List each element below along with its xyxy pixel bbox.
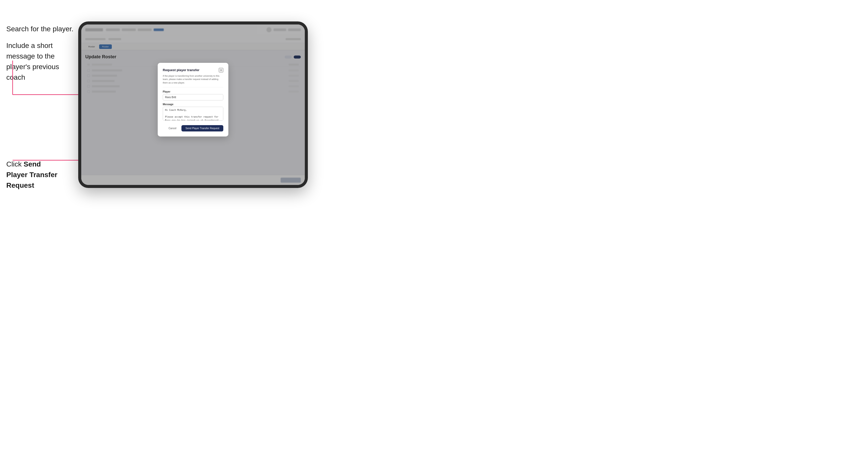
tablet-screen: Roster Roster Update Roster: [81, 25, 305, 185]
modal-close-button[interactable]: ×: [219, 68, 223, 72]
annotation-message: Include a short message to the player's …: [6, 40, 74, 83]
modal-title: Request player transfer: [163, 68, 199, 72]
modal-footer: Cancel Send Player Transfer Request: [163, 125, 223, 131]
annotation-search: Search for the player.: [6, 24, 73, 34]
player-field-label: Player: [163, 90, 223, 93]
message-textarea[interactable]: Hi Coach McHarg, Please accept this tran…: [163, 107, 223, 121]
player-input[interactable]: [163, 94, 223, 100]
modal-description: If the player is transferring from anoth…: [163, 74, 223, 88]
modal-header: Request player transfer ×: [163, 68, 223, 72]
tablet-device: Roster Roster Update Roster: [78, 22, 308, 188]
message-field-label: Message: [163, 103, 223, 106]
modal-overlay: Request player transfer × If the player …: [81, 25, 305, 185]
request-transfer-modal: Request player transfer × If the player …: [158, 63, 228, 137]
send-transfer-button[interactable]: Send Player Transfer Request: [181, 125, 223, 131]
cancel-button[interactable]: Cancel: [165, 125, 179, 131]
annotation-click: Click Send Player Transfer Request: [6, 159, 62, 191]
